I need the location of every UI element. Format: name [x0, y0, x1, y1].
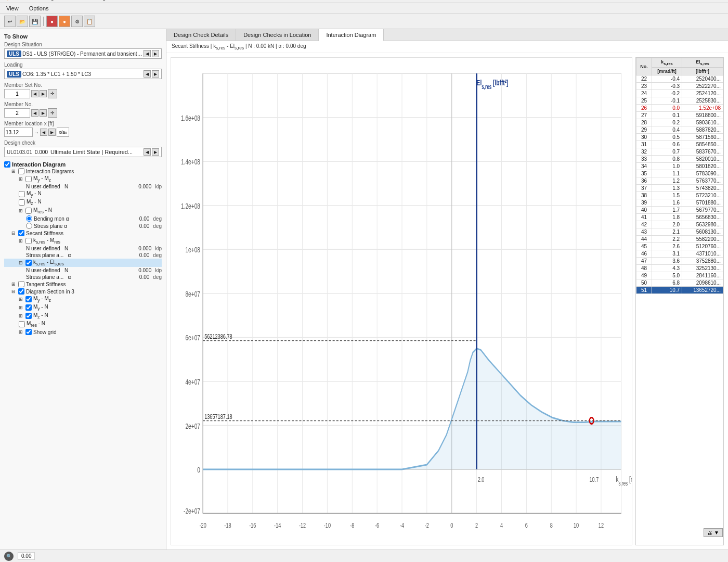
toolbar-btn-1[interactable]: 📂 — [17, 16, 28, 27]
table-row[interactable]: 290.45887820... — [636, 126, 723, 133]
loading-selector[interactable]: ULS CO6: 1.35 * LC1 + 1.50 * LC3 ◀ ▶ — [4, 69, 162, 79]
table-row[interactable]: 351.15783090... — [636, 170, 723, 177]
member-loc-field[interactable] — [4, 127, 33, 137]
table-row[interactable]: 371.35743820... — [636, 184, 723, 191]
tab-interaction-diagram[interactable]: Interaction Diagram — [319, 29, 384, 41]
cb-diag-my-n[interactable] — [25, 304, 32, 311]
lc-prev-btn[interactable]: ◀ — [144, 70, 151, 78]
ds-prev-btn[interactable]: ◀ — [144, 50, 151, 57]
design-situation-selector[interactable]: ULS DS1 - ULS (STR/GEO) - Permanent and … — [4, 48, 162, 59]
table-row[interactable]: 300.55871560... — [636, 133, 723, 140]
table-row[interactable]: 330.85820010... — [636, 155, 723, 162]
table-row[interactable]: 473.63752880... — [636, 257, 723, 264]
expand-diagram-section[interactable]: ⊟ — [11, 289, 17, 294]
table-row[interactable]: 452.65120760... — [636, 242, 723, 250]
table-row[interactable]: 442.25582200... — [636, 235, 723, 242]
cb-mres-n[interactable] — [25, 208, 32, 214]
cb-mz-n[interactable] — [19, 199, 25, 206]
data-table-container[interactable]: No. ks,res Els,res [mrad/ft] [lbfft²] 22… — [635, 57, 724, 545]
ms-next[interactable]: ▶ — [40, 90, 47, 97]
table-row[interactable]: 341.05801820... — [636, 162, 723, 170]
toolbar-btn-6[interactable]: 📋 — [84, 16, 95, 27]
table-row[interactable]: 22-0.42520400... — [636, 75, 723, 82]
loc-prev[interactable]: ◀ — [40, 129, 47, 136]
toolbar-btn-5[interactable]: ⚙ — [71, 16, 83, 27]
tree-ks-els[interactable]: ⊟ ks,res - Els,res — [4, 259, 162, 267]
search-status-icon[interactable]: 🔍 — [4, 552, 14, 561]
cb-secant[interactable] — [18, 230, 24, 236]
toolbar-btn-0[interactable]: ↩ — [4, 16, 16, 27]
mn-prev[interactable]: ◀ — [31, 109, 38, 117]
member-set-field[interactable] — [4, 89, 30, 98]
expand-ks-els[interactable]: ⊟ — [19, 260, 24, 265]
chart-container[interactable]: 1.6e+08 1.4e+08 1.2e+08 1e+08 8e+07 6e+0… — [171, 57, 632, 545]
expand-ks-mres[interactable]: ⊞ — [19, 238, 24, 244]
member-no-field[interactable] — [4, 108, 30, 118]
table-row[interactable]: 422.05632980... — [636, 221, 723, 228]
loc-next[interactable]: ▶ — [48, 129, 56, 136]
table-row[interactable]: 495.02841160... — [636, 272, 723, 279]
expand-diag-my-n[interactable]: ⊞ — [19, 305, 24, 310]
ms-prev[interactable]: ◀ — [31, 90, 38, 97]
table-row[interactable]: 280.25903610... — [636, 119, 723, 126]
cb-ks-mres[interactable] — [25, 238, 32, 244]
expand-interaction-diagrams[interactable]: ⊞ — [11, 169, 17, 174]
table-row[interactable]: 24-0.22524120... — [636, 90, 723, 97]
radio-stress[interactable] — [26, 223, 32, 229]
cb-diag-mz-n[interactable] — [25, 313, 32, 319]
cb-ks-els[interactable] — [25, 260, 32, 266]
xa0-button[interactable]: x/a₀ — [57, 127, 69, 137]
cb-tangent[interactable] — [18, 281, 24, 287]
lc-next-btn[interactable]: ▶ — [152, 70, 159, 78]
mn-crosshair[interactable]: ✛ — [48, 108, 57, 118]
cb-interaction-diagrams[interactable] — [18, 168, 24, 174]
table-row[interactable]: 310.65854850... — [636, 140, 723, 148]
table-row[interactable]: 320.75837670... — [636, 148, 723, 155]
expand-mres-n[interactable]: ⊞ — [19, 208, 24, 213]
toolbar-btn-4[interactable]: ● — [59, 16, 70, 27]
table-row[interactable]: 361.25763770... — [636, 177, 723, 184]
menu-options[interactable]: Options — [27, 4, 51, 12]
dc-prev[interactable]: ◀ — [144, 148, 151, 156]
table-row[interactable]: 463.14371010... — [636, 250, 723, 257]
table-row[interactable]: 23-0.32522270... — [636, 82, 723, 90]
mn-next[interactable]: ▶ — [40, 109, 47, 117]
table-row[interactable]: 5110.713652720... — [636, 286, 723, 293]
menu-view[interactable]: View — [4, 4, 21, 12]
radio-bending[interactable] — [26, 215, 32, 222]
cb-diagram-section[interactable] — [18, 288, 24, 295]
table-row[interactable]: 432.15608130... — [636, 228, 723, 235]
cb-my-mz[interactable] — [25, 176, 32, 182]
toolbar-btn-3[interactable]: ● — [46, 16, 58, 27]
cell-els: 3252130... — [682, 264, 723, 272]
table-row[interactable]: 260.01.52e+08 — [636, 104, 723, 111]
table-row[interactable]: 401.75679770... — [636, 206, 723, 213]
table-row[interactable]: 270.15918800... — [636, 111, 723, 119]
interaction-diagram-checkbox[interactable] — [4, 161, 10, 168]
cell-ks: 2.6 — [652, 242, 682, 250]
cb-my-n[interactable] — [19, 191, 25, 197]
expand-diag-mz-n[interactable]: ⊞ — [19, 313, 24, 318]
table-row[interactable]: 25-0.12525830... — [636, 97, 723, 104]
design-check-selector[interactable]: UL0103.01 0.000 Ultimate Limit State | R… — [4, 147, 162, 157]
expand-diag-my-mz[interactable]: ⊞ — [19, 297, 24, 302]
expand-tangent[interactable]: ⊞ — [11, 282, 17, 287]
ms-crosshair[interactable]: ✛ — [48, 89, 57, 98]
ds-next-btn[interactable]: ▶ — [152, 50, 159, 57]
cb-show-grid[interactable] — [25, 329, 32, 335]
table-row[interactable]: 391.65701880... — [636, 199, 723, 206]
tab-design-check-details[interactable]: Design Check Details — [166, 29, 236, 41]
toolbar-btn-2[interactable]: 💾 — [29, 16, 41, 27]
table-row[interactable]: 381.55723210... — [636, 191, 723, 199]
table-row[interactable]: 484.33252130... — [636, 264, 723, 272]
table-row[interactable]: 506.82098610... — [636, 279, 723, 286]
expand-secant[interactable]: ⊟ — [11, 231, 17, 236]
expand-show-grid[interactable]: ⊞ — [19, 329, 24, 335]
cb-diag-mres-n[interactable] — [19, 321, 25, 327]
table-row[interactable]: 411.85656830... — [636, 213, 723, 221]
cell-els: 13652720... — [682, 286, 723, 293]
tab-design-checks-location[interactable]: Design Checks in Location — [236, 29, 319, 41]
dc-next[interactable]: ▶ — [152, 148, 159, 156]
cb-diag-my-mz[interactable] — [25, 296, 32, 302]
expand-my-mz[interactable]: ⊞ — [19, 176, 24, 182]
